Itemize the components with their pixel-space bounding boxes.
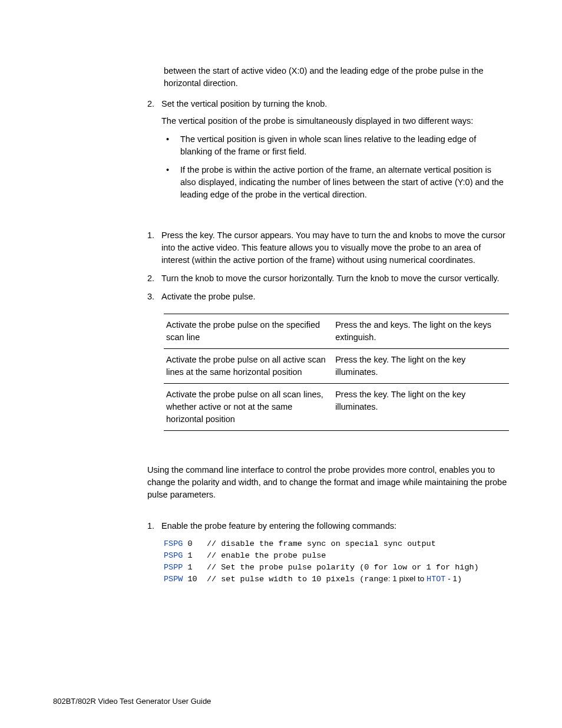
table-row: Activate the probe pulse on all scan lin… [164, 384, 509, 431]
bullet-1a: The vertical position [180, 134, 259, 144]
cell-r2c2: Press the key. The light on the key illu… [333, 349, 509, 384]
cell-r3c2: Press the key. The light on the key illu… [333, 384, 509, 431]
table-row: Activate the probe pulse on all active s… [164, 349, 509, 384]
document-page: between the start of active video (X:0) … [0, 0, 562, 609]
r1c2b: and [373, 320, 390, 330]
step-2-sub: The vertical position of the probe is si… [161, 115, 509, 127]
p2s3-text: Activate the probe pulse. [161, 291, 509, 303]
intro-paragraph: between the start of active video (X:0) … [147, 65, 509, 90]
proc2-step3: 3. Activate the probe pulse. [147, 291, 509, 303]
cell-r3c1: Activate the probe pulse on all scan lin… [164, 384, 333, 431]
step-number: 2. [147, 272, 161, 285]
code-block: FSPG 0 // disable the frame sync on spec… [164, 538, 509, 585]
table-row: Activate the probe pulse on the specifie… [164, 314, 509, 349]
p2s1-b: key. The cursor appears. You may have to… [200, 230, 393, 240]
cell-r1c2: Press the and keys. The light on the key… [333, 314, 509, 349]
bullet-2a: If the probe is within the active portio… [180, 165, 485, 174]
cli-paragraph: Using the command line interface to cont… [147, 464, 509, 501]
proc2-step1: 1. Press the key. The cursor appears. Yo… [147, 229, 509, 266]
proc2-step2: 2. Turn the knob to move the cursor hori… [147, 272, 509, 285]
cell-r1c1: Activate the probe pulse on the specifie… [164, 314, 333, 349]
cli-step1-text: Enable the probe feature by entering the… [161, 520, 509, 532]
page-footer: 802BT/802R Video Test Generator User Gui… [53, 697, 211, 706]
code-cmd: FSPG [164, 539, 183, 548]
step-2: 2. Set the vertical position by turning … [147, 98, 509, 207]
code-arg-d: ) [457, 575, 462, 584]
code-cmd: PSPG [164, 551, 183, 560]
step-number: 3. [147, 291, 161, 303]
step-number: 2. [147, 98, 161, 207]
code-arg-a: 10 // set pulse width to 10 pixels (rang… [183, 575, 388, 584]
code-arg: 1 // enable the probe pulse [183, 551, 326, 560]
r2c2a: Press the [335, 355, 373, 364]
bullet-dot: • [161, 133, 180, 158]
r1c2a: Press the [335, 320, 373, 330]
cell-r2c1: Activate the probe pulse on all active s… [164, 349, 333, 384]
r3c2a: Press the [335, 390, 373, 399]
p2s2-c: knob to move the cursor vertically. [371, 274, 500, 283]
p2s1-c: and [393, 230, 409, 240]
step-2-text-b: knob. [306, 99, 327, 108]
bullet-item: • The vertical position is given in whol… [161, 133, 509, 158]
step-2-text-a: Set the vertical position by turning the [161, 99, 306, 108]
code-arg: 0 // disable the frame sync on special s… [183, 539, 435, 548]
step-number: 1. [147, 520, 161, 532]
bullet-item: • If the probe is within the active port… [161, 164, 509, 201]
code-arg-b: : 1 pixel to [388, 574, 427, 583]
step-number: 1. [147, 229, 161, 266]
p2s2-b: knob to move the cursor horizontally. Tu… [196, 274, 371, 283]
bullet-dot: • [161, 164, 180, 201]
code-ref-htot: HTOT [427, 575, 445, 584]
code-arg: 1 // Set the probe pulse polarity (0 for… [183, 563, 478, 572]
probe-table: Activate the probe pulse on the specifie… [164, 314, 509, 431]
cli-step1: 1. Enable the probe feature by entering … [147, 520, 509, 532]
p2s1-a: Press the [161, 230, 200, 240]
p2s2-a: Turn the [161, 274, 196, 283]
code-cmd: PSPW [164, 575, 183, 584]
code-arg-c: - 1 [445, 574, 457, 583]
code-cmd: PSPP [164, 563, 183, 572]
